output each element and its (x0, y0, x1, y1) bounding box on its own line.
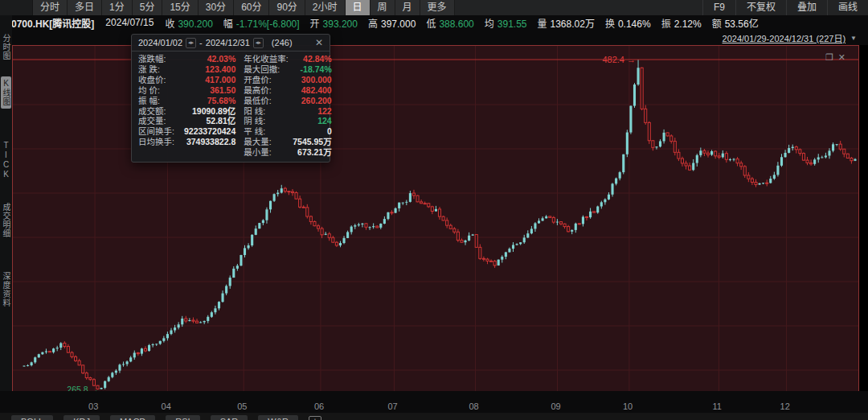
date-range-selector[interactable]: 2024/01/29-2024/12/31 (227日) ▼ (723, 31, 857, 44)
stat-label: 日均换手: (138, 137, 184, 147)
indicator-tab-SAR[interactable]: SAR (211, 415, 248, 420)
period-tab-60分[interactable]: 60分 (234, 0, 269, 15)
stat-value: 7545.95万 (293, 137, 331, 147)
quote-field: 开393.200 (310, 16, 358, 30)
quote-field-label: 换 (605, 19, 615, 30)
stat-value: 19090.89亿 (184, 106, 244, 117)
popup-end-date: 2024/12/31 (206, 38, 250, 47)
quote-field-value: 391.55 (497, 19, 527, 30)
stat-label: 最高价: (244, 85, 293, 96)
quote-field: 振2.12% (661, 16, 702, 30)
period-tab-15分[interactable]: 15分 (162, 0, 198, 15)
x-axis-label-07: 07 (387, 401, 397, 411)
stat-value: 361.50 (184, 85, 244, 96)
stat-value: 300.000 (293, 75, 331, 85)
toolbar-right-group: F9不复权叠加画线 (702, 0, 868, 15)
quote-field-label: 振 (661, 19, 671, 30)
quote-field: 低388.600 (426, 16, 473, 30)
stock-app-window: { "toolbar": { "period_tabs": [ {"label"… (0, 0, 868, 420)
x-axis-label-11: 11 (712, 401, 721, 411)
quote-field: 量1368.02万 (538, 16, 595, 30)
period-tab-2小时[interactable]: 2小时 (305, 0, 346, 15)
quote-field-value: 0.146% (618, 19, 651, 30)
add-indicator-button[interactable]: + (309, 416, 321, 420)
stat-value (184, 147, 244, 158)
close-icon[interactable]: ✕ (838, 52, 850, 62)
period-tab-月[interactable]: 月 (395, 0, 420, 15)
left-sidebar: 分时图K线图TICK成交明细深度资料 (0, 15, 12, 414)
x-axis-label-05: 05 (237, 401, 247, 411)
stat-label: 成交额: (138, 106, 184, 117)
period-tab-5分[interactable]: 5分 (133, 0, 163, 15)
toolbar-button-叠加[interactable]: 叠加 (786, 0, 827, 15)
popup-day-count: (246) (272, 38, 293, 47)
toolbar-button-画线[interactable]: 画线 (827, 0, 868, 15)
stat-value: 42.84% (293, 54, 331, 64)
stat-label: 开盘价: (244, 75, 293, 85)
sidebar-item-分时图[interactable]: 分时图 (1, 34, 11, 60)
quote-field-value: 390.200 (178, 19, 212, 30)
quote-field-value: 53.56亿 (725, 19, 759, 30)
quote-field-value: -1.71%[-6.800] (236, 19, 300, 30)
high-price-label: 482.4 → (602, 55, 636, 64)
period-toolbar: 分时多日1分5分15分30分60分90分2小时日周月更多 F9不复权叠加画线 (0, 0, 868, 15)
quote-field: 均391.55 (485, 16, 527, 30)
sidebar-item-深度资料[interactable]: 深度资料 (1, 272, 11, 307)
quote-field-label: 均 (485, 19, 494, 30)
toolbar-button-F9[interactable]: F9 (702, 0, 735, 15)
stat-value: 482.400 (293, 85, 331, 96)
quote-field-value: 1368.02万 (551, 19, 595, 30)
period-tab-分时[interactable]: 分时 (33, 0, 68, 15)
popup-stats-grid: 涨跌幅:42.03%年化收益率:42.84%涨 跌:123.400最大回撤:-1… (132, 51, 330, 162)
maximize-icon[interactable]: ❐ (825, 52, 838, 62)
stat-label (138, 147, 184, 158)
toolbar-button-不复权[interactable]: 不复权 (735, 0, 786, 15)
stat-label: 均 价: (138, 85, 184, 96)
quote-field: 额53.56亿 (712, 16, 759, 30)
end-date-stepper[interactable]: ◂▸ (253, 38, 264, 48)
quote-field-label: 幅 (223, 19, 233, 30)
stat-label: 年化收益率: (244, 54, 293, 64)
indicator-tab-RSI[interactable]: RSI (166, 415, 199, 420)
chevron-down-icon: ▼ (850, 35, 857, 42)
indicator-tab-W&R[interactable]: W&R (258, 415, 298, 420)
x-axis-label-12: 12 (780, 401, 790, 411)
period-tab-日[interactable]: 日 (346, 0, 371, 15)
stat-value: 260.200 (293, 96, 331, 106)
indicator-tab-MACD[interactable]: MACD (110, 415, 155, 420)
stat-value: 0 (293, 126, 331, 137)
quote-field: 收390.200 (165, 16, 212, 30)
stat-value: 42.03% (184, 54, 244, 64)
stat-label: 阳 线: (244, 106, 293, 117)
period-tab-周[interactable]: 周 (371, 0, 395, 15)
sidebar-item-K线图[interactable]: K线图 (1, 76, 11, 109)
stat-value: 673.21万 (293, 147, 331, 158)
stat-value: 417.000 (184, 75, 244, 85)
toolbar-corner (0, 0, 33, 15)
sidebar-item-TICK[interactable]: TICK (1, 141, 11, 179)
x-axis-label-06: 06 (314, 401, 324, 411)
quote-field: 幅-1.71%[-6.800] (223, 16, 300, 30)
start-date-stepper[interactable]: ◂▸ (186, 38, 196, 48)
period-tab-1分[interactable]: 1分 (102, 0, 133, 15)
toolbar-spacer (455, 0, 702, 15)
stat-value: -18.74% (293, 64, 331, 75)
popup-date-separator: - (199, 38, 203, 47)
quote-field-label: 收 (165, 19, 174, 30)
quote-field-label: 低 (426, 19, 436, 30)
popup-close-icon[interactable]: ✕ (315, 37, 323, 48)
period-tab-更多[interactable]: 更多 (420, 0, 455, 15)
indicator-tab-BOLL[interactable]: BOLL (11, 415, 53, 420)
period-tab-多日[interactable]: 多日 (68, 0, 102, 15)
stat-value: 124 (293, 116, 331, 126)
sidebar-item-成交明细[interactable]: 成交明细 (1, 203, 11, 238)
stat-label: 涨 跌: (138, 64, 184, 75)
pane-controls: ❐✕ (825, 52, 850, 63)
period-tab-30分[interactable]: 30分 (199, 0, 234, 15)
quote-fields: 收390.200幅-1.71%[-6.800]开393.200高397.000低… (165, 16, 768, 30)
date-range-label: 2024/01/29-2024/12/31 (227日) (723, 31, 846, 44)
indicator-tab-KDJ[interactable]: KDJ (63, 415, 100, 420)
period-tab-90分[interactable]: 90分 (269, 0, 305, 15)
x-axis: 03040506070809101112 (0, 391, 868, 413)
quote-field-label: 量 (538, 19, 547, 30)
